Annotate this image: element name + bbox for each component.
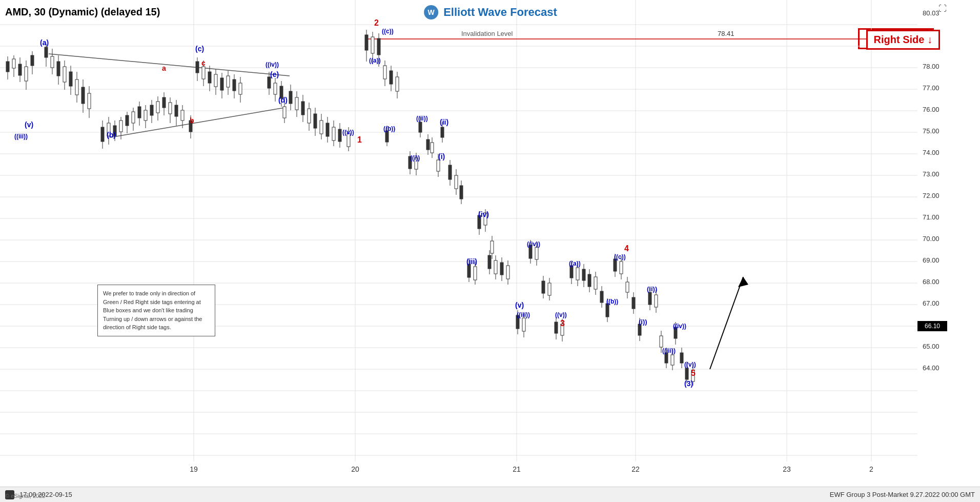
svg-rect-227 xyxy=(542,281,545,293)
svg-text:21: 21 xyxy=(513,465,521,473)
svg-text:c: c xyxy=(201,59,206,67)
svg-text:3: 3 xyxy=(560,319,565,328)
svg-rect-85 xyxy=(175,105,178,116)
svg-rect-83 xyxy=(169,103,172,114)
svg-text:(i)): (i)) xyxy=(639,318,647,326)
svg-rect-239 xyxy=(632,297,635,309)
svg-rect-81 xyxy=(162,97,166,108)
svg-text:(e): (e) xyxy=(270,70,279,78)
svg-rect-107 xyxy=(268,77,271,88)
svg-rect-219 xyxy=(426,139,430,150)
svg-rect-221 xyxy=(431,143,434,153)
svg-text:78.00: 78.00 xyxy=(923,63,940,70)
svg-text:65.00: 65.00 xyxy=(923,343,940,350)
svg-rect-195 xyxy=(582,269,585,280)
svg-rect-59 xyxy=(88,93,91,109)
svg-rect-129 xyxy=(332,127,335,140)
svg-rect-77 xyxy=(150,105,153,115)
svg-rect-41 xyxy=(25,67,28,81)
svg-rect-115 xyxy=(289,91,292,104)
svg-rect-153 xyxy=(419,122,422,132)
svg-text:69.00: 69.00 xyxy=(923,256,940,264)
svg-text:70.00: 70.00 xyxy=(923,235,940,243)
svg-rect-141 xyxy=(383,66,386,79)
svg-rect-55 xyxy=(75,79,78,95)
svg-rect-131 xyxy=(338,129,341,142)
svg-text:((v)): ((v)) xyxy=(342,129,354,136)
svg-marker-33 xyxy=(738,277,748,287)
svg-text:((a)): ((a)) xyxy=(369,57,381,64)
svg-rect-167 xyxy=(467,264,471,277)
svg-text:((v)): ((v)) xyxy=(555,311,567,318)
svg-rect-181 xyxy=(535,247,538,259)
svg-rect-193 xyxy=(576,268,579,280)
svg-text:5: 5 xyxy=(691,369,696,377)
svg-rect-169 xyxy=(474,267,477,280)
svg-rect-103 xyxy=(239,83,242,94)
svg-rect-91 xyxy=(202,67,205,79)
svg-rect-125 xyxy=(320,121,323,134)
svg-rect-241 xyxy=(660,336,663,347)
svg-rect-69 xyxy=(126,115,129,126)
svg-text:67.00: 67.00 xyxy=(923,299,940,307)
svg-rect-237 xyxy=(626,282,629,292)
svg-rect-123 xyxy=(314,114,317,128)
info-box-text: We prefer to trade only in direction of … xyxy=(103,290,202,330)
svg-rect-79 xyxy=(156,102,159,113)
svg-rect-233 xyxy=(594,277,597,289)
svg-rect-205 xyxy=(648,292,651,305)
svg-rect-235 xyxy=(600,291,603,303)
svg-text:23: 23 xyxy=(783,465,791,473)
svg-rect-51 xyxy=(63,67,66,82)
svg-text:((ii)): ((ii)) xyxy=(416,115,428,122)
svg-rect-171 xyxy=(488,255,491,269)
svg-text:b: b xyxy=(190,116,194,125)
svg-rect-37 xyxy=(12,59,15,68)
chart-svg: 80.03 79.00 78.00 77.00 76.00 75.00 74.0… xyxy=(0,0,948,482)
svg-rect-67 xyxy=(119,121,122,132)
svg-rect-161 xyxy=(455,175,458,189)
svg-text:((a)): ((a)) xyxy=(569,260,581,267)
svg-rect-173 xyxy=(494,260,497,274)
svg-rect-213 xyxy=(671,355,674,365)
svg-rect-93 xyxy=(208,72,211,83)
info-box: We prefer to trade only in direction of … xyxy=(97,285,215,336)
svg-rect-97 xyxy=(220,78,223,90)
svg-rect-157 xyxy=(441,127,444,137)
svg-text:(3): (3) xyxy=(684,379,693,388)
svg-text:75.00: 75.00 xyxy=(923,127,940,135)
svg-rect-185 xyxy=(522,318,525,331)
svg-text:19: 19 xyxy=(190,465,198,473)
svg-line-30 xyxy=(49,54,290,76)
svg-text:(iii): (iii) xyxy=(466,257,477,266)
svg-text:(ii): (ii) xyxy=(440,118,448,126)
svg-text:77.00: 77.00 xyxy=(923,84,940,92)
svg-text:a: a xyxy=(162,64,166,72)
svg-rect-215 xyxy=(685,368,688,379)
svg-rect-191 xyxy=(570,266,573,278)
svg-rect-155 xyxy=(437,160,440,171)
status-right: EWF Group 3 Post-Market 9.27.2022 00:00 … xyxy=(830,491,975,498)
svg-rect-89 xyxy=(196,62,199,73)
svg-rect-225 xyxy=(491,241,494,253)
svg-text:(iv): (iv) xyxy=(478,210,489,218)
svg-rect-35 xyxy=(6,62,9,72)
svg-rect-187 xyxy=(555,322,558,333)
svg-rect-135 xyxy=(365,35,368,50)
svg-rect-99 xyxy=(227,76,230,87)
svg-rect-119 xyxy=(301,102,304,115)
svg-text:((c)): ((c)) xyxy=(614,253,626,260)
right-side-label: Right Side ↓ xyxy=(874,34,932,45)
svg-rect-109 xyxy=(274,83,277,94)
svg-text:20: 20 xyxy=(351,465,359,473)
svg-text:72.00: 72.00 xyxy=(923,192,940,199)
svg-rect-61 xyxy=(101,127,104,142)
svg-rect-43 xyxy=(31,55,34,66)
svg-rect-137 xyxy=(371,37,374,53)
svg-rect-45 xyxy=(45,47,48,57)
svg-text:22: 22 xyxy=(631,465,640,473)
svg-text:(v): (v) xyxy=(25,121,33,129)
svg-text:2: 2 xyxy=(869,465,873,473)
svg-line-32 xyxy=(710,277,743,369)
svg-text:((iii)): ((iii)) xyxy=(662,347,676,354)
